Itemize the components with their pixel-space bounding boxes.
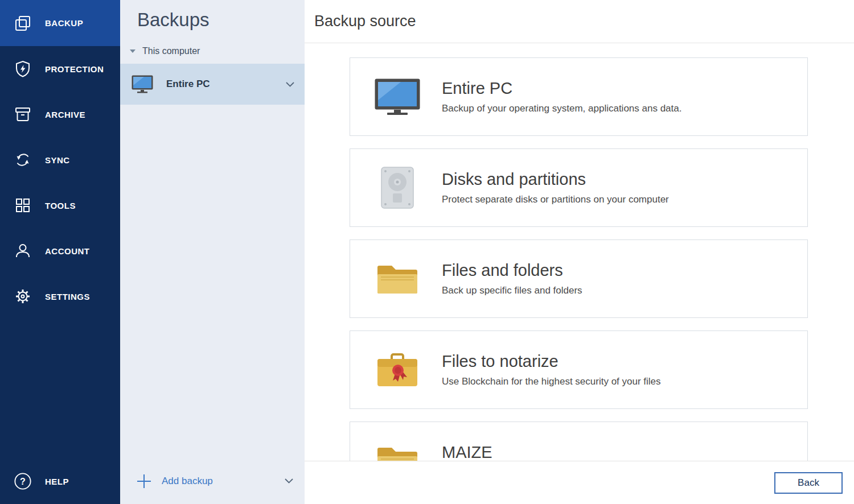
main-content: Backup source Entire PC Backup of your o xyxy=(305,0,854,504)
hard-disk-icon xyxy=(373,167,422,209)
card-title: Files to notarize xyxy=(442,352,661,371)
source-card-files-to-notarize[interactable]: Files to notarize Use Blockchain for the… xyxy=(350,331,808,409)
protection-icon xyxy=(14,59,32,79)
card-text: Entire PC Backup of your operating syste… xyxy=(442,79,681,114)
backup-item-entire-pc[interactable]: Entire PC xyxy=(120,64,305,105)
card-title: Disks and partitions xyxy=(442,170,669,189)
backup-icon xyxy=(14,14,32,33)
card-text: Files to notarize Use Blockchain for the… xyxy=(442,352,661,387)
main-header: Backup source xyxy=(305,0,854,43)
monitor-icon xyxy=(132,75,153,93)
acronis-app-window: BACKUP PROTECTION ARCHIVE xyxy=(0,0,854,504)
sidebar-item-backup[interactable]: BACKUP xyxy=(0,0,120,46)
page-title: Backup source xyxy=(314,13,416,30)
card-title: Files and folders xyxy=(442,261,582,280)
source-card-disks-and-partitions[interactable]: Disks and partitions Protect separate di… xyxy=(350,148,808,227)
chevron-down-icon[interactable] xyxy=(286,82,294,87)
backup-source-list: Entire PC Backup of your operating syste… xyxy=(305,44,854,504)
add-backup-label: Add backup xyxy=(162,476,285,487)
sidebar-item-protection[interactable]: PROTECTION xyxy=(0,46,120,92)
collapse-triangle-icon xyxy=(130,49,136,53)
group-this-computer[interactable]: This computer xyxy=(120,31,305,64)
settings-icon xyxy=(14,287,32,306)
source-card-files-and-folders[interactable]: Files and folders Back up specific files… xyxy=(350,239,808,318)
backups-panel: Backups This computer Entire PC xyxy=(120,0,305,504)
main-nav-sidebar: BACKUP PROTECTION ARCHIVE xyxy=(0,0,120,504)
card-title: MAIZE xyxy=(442,443,492,462)
card-description: Protect separate disks or partitions on … xyxy=(442,194,669,205)
sidebar-item-account[interactable]: ACCOUNT xyxy=(0,228,120,274)
group-label: This computer xyxy=(142,46,200,56)
sidebar-item-settings[interactable]: SETTINGS xyxy=(0,274,120,319)
bottom-bar: Back xyxy=(305,461,854,504)
monitor-icon xyxy=(373,78,422,115)
folder-icon xyxy=(373,263,422,295)
sidebar-item-label: TOOLS xyxy=(45,201,76,210)
help-icon: ? xyxy=(14,472,32,491)
card-description: Back up specific files and folders xyxy=(442,285,582,296)
sidebar-item-label: BACKUP xyxy=(45,18,83,28)
archive-icon xyxy=(14,105,32,124)
backups-panel-title: Backups xyxy=(120,0,305,31)
sidebar-item-label: ARCHIVE xyxy=(45,110,85,119)
card-text: Disks and partitions Protect separate di… xyxy=(442,170,669,205)
account-icon xyxy=(14,241,32,261)
sidebar-item-label: SETTINGS xyxy=(45,292,90,301)
notarize-briefcase-icon xyxy=(373,352,422,387)
svg-text:?: ? xyxy=(20,477,26,486)
sidebar-item-label: SYNC xyxy=(45,155,70,165)
back-button[interactable]: Back xyxy=(774,472,843,494)
sidebar-item-help[interactable]: ? HELP xyxy=(0,458,120,504)
nav-spacer xyxy=(0,319,120,458)
backup-item-label: Entire PC xyxy=(166,79,286,90)
add-backup-button[interactable]: Add backup xyxy=(120,458,305,504)
tools-icon xyxy=(14,196,32,215)
card-text: Files and folders Back up specific files… xyxy=(442,261,582,296)
plus-icon xyxy=(137,474,151,489)
sync-icon xyxy=(14,150,32,170)
sidebar-item-label: HELP xyxy=(45,477,69,486)
card-description: Use Blockchain for the highest security … xyxy=(442,376,661,387)
sidebar-item-label: ACCOUNT xyxy=(45,246,90,256)
card-description: Backup of your operating system, applica… xyxy=(442,103,681,114)
chevron-down-icon[interactable] xyxy=(285,478,293,484)
card-title: Entire PC xyxy=(442,79,681,98)
source-card-entire-pc[interactable]: Entire PC Backup of your operating syste… xyxy=(350,57,808,136)
sidebar-item-sync[interactable]: SYNC xyxy=(0,137,120,183)
sidebar-item-tools[interactable]: TOOLS xyxy=(0,183,120,228)
sidebar-item-label: PROTECTION xyxy=(45,64,104,74)
sidebar-item-archive[interactable]: ARCHIVE xyxy=(0,92,120,137)
